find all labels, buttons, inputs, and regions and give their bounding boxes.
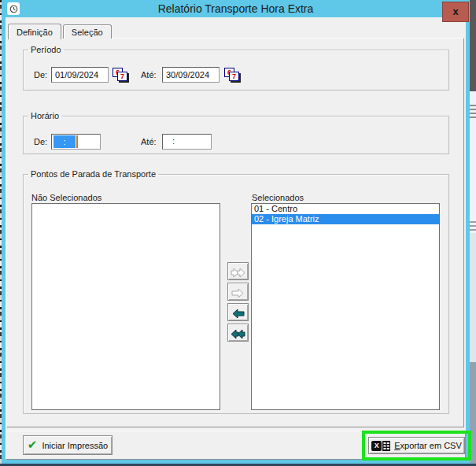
background-lines bbox=[470, 221, 476, 231]
selecionados-label: Selecionados bbox=[252, 193, 304, 202]
export-highlight-box: X Exportar em CSV bbox=[362, 431, 471, 460]
titlebar[interactable]: Relatório Transporte Hora Extra bbox=[2, 0, 470, 17]
periodo-de-calendar-button[interactable]: 6 7 bbox=[113, 67, 131, 83]
calendar-icon: 6 7 bbox=[113, 68, 130, 83]
spreadsheet-grid-icon bbox=[382, 441, 390, 451]
excel-icon: X bbox=[371, 441, 390, 451]
periodo-ate-label: Até: bbox=[141, 70, 157, 80]
tab-definicao[interactable]: Definição bbox=[8, 24, 61, 39]
double-left-arrow-icon bbox=[231, 328, 245, 340]
horario-de-input[interactable]: : bbox=[51, 134, 101, 150]
horario-de-label: De: bbox=[34, 137, 47, 146]
pontos-groupbox: Pontos de Parada de Transporte Não Selec… bbox=[23, 169, 449, 414]
dialog-window: Relatório Transporte Hora Extra x Defini… bbox=[2, 0, 470, 464]
screen: Relatório Transporte Hora Extra x Defini… bbox=[0, 0, 476, 466]
move-all-right-button[interactable] bbox=[227, 262, 249, 280]
move-right-button[interactable] bbox=[227, 283, 249, 301]
time-selection: : bbox=[54, 135, 76, 148]
text-caret bbox=[76, 135, 78, 148]
double-right-arrow-icon bbox=[231, 267, 245, 279]
exportar-csv-label: Exportar em CSV bbox=[394, 441, 462, 450]
nao-selecionados-listbox[interactable] bbox=[31, 203, 220, 410]
background-strip bbox=[470, 233, 476, 362]
window-title: Relatório Transporte Hora Extra bbox=[2, 2, 470, 15]
right-arrow-icon bbox=[231, 287, 245, 299]
move-left-button[interactable] bbox=[227, 303, 249, 321]
periodo-groupbox: Período De: 6 7 Até: 6 7 bbox=[23, 45, 449, 91]
pontos-legend: Pontos de Parada de Transporte bbox=[28, 169, 158, 179]
list-item[interactable]: 01 - Centro bbox=[252, 204, 439, 214]
background-strip bbox=[470, 0, 476, 91]
horario-ate-input[interactable]: : bbox=[162, 134, 212, 150]
nao-selecionados-label: Não Selecionados bbox=[31, 193, 101, 202]
periodo-legend: Período bbox=[28, 45, 64, 54]
calendar-front-sheet: 7 bbox=[117, 72, 127, 81]
iniciar-impressao-button[interactable]: ✔ Iniciar Impressão bbox=[23, 435, 113, 455]
tab-strip: DefiniçãoSeleção bbox=[8, 24, 113, 39]
periodo-de-input[interactable] bbox=[51, 67, 109, 83]
footer-bar: ✔ Iniciar Impressão X bbox=[6, 431, 466, 460]
transfer-buttons bbox=[227, 262, 249, 344]
close-button[interactable]: x bbox=[442, 2, 469, 22]
horario-legend: Horário bbox=[28, 111, 61, 120]
tab-selecao[interactable]: Seleção bbox=[63, 24, 112, 39]
calendar-front-sheet: 7 bbox=[229, 72, 239, 81]
tab-page-definicao: Período De: 6 7 Até: 6 7 bbox=[6, 38, 464, 427]
excel-x-glyph: X bbox=[371, 441, 382, 451]
dialog-body: DefiniçãoSeleção Período De: 6 7 Até: bbox=[6, 17, 466, 459]
exportar-csv-button[interactable]: X Exportar em CSV bbox=[368, 437, 465, 454]
periodo-ate-input[interactable] bbox=[162, 67, 220, 83]
background-lines bbox=[470, 105, 476, 118]
periodo-ate-calendar-button[interactable]: 6 7 bbox=[224, 67, 243, 83]
checkmark-icon: ✔ bbox=[28, 439, 38, 451]
background-right-edge bbox=[470, 0, 476, 466]
selecionados-listbox[interactable]: 01 - Centro02 - Igreja Matriz bbox=[251, 203, 440, 410]
horario-ate-label: Até: bbox=[141, 137, 157, 146]
horario-groupbox: Horário De: : Até: : bbox=[23, 111, 449, 154]
list-item[interactable]: 02 - Igreja Matriz bbox=[252, 214, 439, 224]
left-arrow-icon bbox=[231, 308, 245, 320]
move-all-left-button[interactable] bbox=[227, 324, 249, 342]
iniciar-impressao-label: Iniciar Impressão bbox=[42, 441, 108, 450]
periodo-de-label: De: bbox=[34, 70, 47, 80]
calendar-icon: 6 7 bbox=[224, 68, 242, 83]
